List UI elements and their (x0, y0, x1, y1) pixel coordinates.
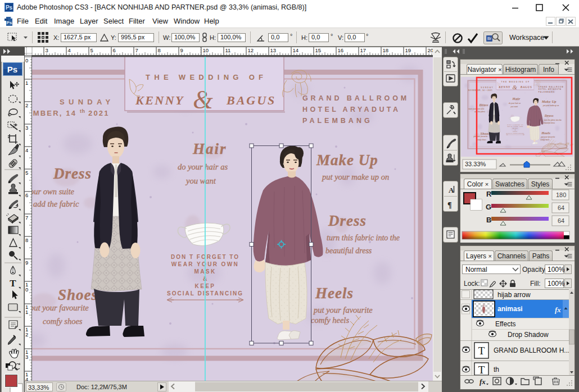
svg-text:Effects: Effects (495, 320, 515, 328)
svg-text:6: 6 (25, 192, 28, 198)
svg-text:0: 0 (25, 286, 28, 293)
svg-text:Ps: Ps (6, 4, 13, 11)
svg-text:5: 5 (25, 170, 28, 176)
svg-text:8: 8 (25, 237, 28, 243)
svg-text:7: 7 (135, 47, 138, 53)
svg-text:0: 0 (25, 57, 28, 63)
svg-text:15: 15 (315, 47, 322, 53)
svg-text:T: T (478, 364, 485, 375)
svg-text:5: 5 (91, 47, 93, 53)
svg-text:17: 17 (360, 47, 367, 53)
svg-text:19: 19 (405, 47, 411, 53)
svg-text:Ps: Ps (7, 20, 12, 25)
svg-text:animasi: animasi (497, 305, 523, 313)
svg-text:1: 1 (25, 309, 28, 315)
svg-text:9: 9 (180, 47, 183, 53)
svg-text:Ps: Ps (7, 65, 17, 74)
svg-text:18: 18 (383, 47, 389, 53)
svg-text:33.33%: 33.33% (465, 161, 486, 167)
svg-text:R: R (486, 190, 492, 198)
svg-text:G: G (486, 203, 491, 211)
svg-text:th: th (494, 366, 499, 373)
svg-text:3: 3 (25, 125, 28, 131)
svg-text:2: 2 (25, 331, 28, 338)
svg-text:4: 4 (25, 376, 28, 381)
svg-text:3: 3 (46, 47, 48, 53)
svg-text:GRAND BALLROOM H...: GRAND BALLROOM H... (494, 347, 569, 354)
svg-text:A: A (449, 186, 454, 194)
svg-text:1: 1 (25, 80, 28, 86)
svg-text:Drop Shadow: Drop Shadow (508, 331, 549, 339)
svg-text:11: 11 (225, 47, 231, 53)
svg-text:64: 64 (558, 204, 564, 211)
svg-text:T: T (10, 278, 16, 289)
svg-text:16: 16 (338, 47, 344, 53)
svg-text:2: 2 (25, 102, 28, 108)
svg-text:4: 4 (25, 147, 28, 153)
svg-text:6: 6 (113, 47, 116, 53)
svg-text:4: 4 (68, 47, 71, 53)
svg-text:fx: fx (480, 377, 486, 386)
svg-text:64: 64 (558, 217, 564, 224)
svg-text:7: 7 (25, 215, 28, 221)
svg-text:180: 180 (556, 192, 566, 198)
svg-text:Br: Br (487, 37, 492, 40)
svg-text:14: 14 (293, 47, 299, 53)
svg-text:8: 8 (158, 47, 161, 53)
svg-text:B: B (486, 216, 491, 224)
svg-text:fx: fx (555, 306, 561, 314)
svg-text:9: 9 (25, 259, 28, 266)
svg-text:20: 20 (428, 47, 433, 53)
svg-text:hijab arrow: hijab arrow (497, 291, 531, 299)
svg-text:3: 3 (25, 354, 28, 360)
svg-text:T: T (478, 345, 485, 357)
svg-text:13: 13 (270, 47, 277, 53)
svg-text:¶: ¶ (447, 201, 452, 209)
svg-text:12: 12 (248, 47, 254, 53)
svg-text:10: 10 (203, 47, 209, 53)
